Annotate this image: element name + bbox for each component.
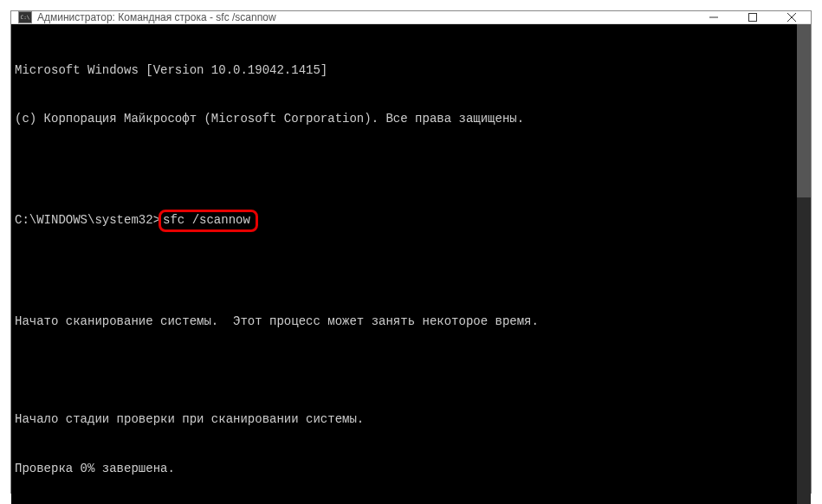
- scrollbar-thumb[interactable]: [797, 24, 811, 197]
- output-line: Проверка 0% завершена.: [15, 461, 790, 477]
- command-prompt-window: Администратор: Командная строка - sfc /s…: [10, 10, 812, 494]
- maximize-button[interactable]: [733, 11, 772, 23]
- prompt-text: C:\WINDOWS\system32>: [15, 212, 160, 229]
- command-highlight: sfc /scannow: [159, 210, 258, 232]
- svg-rect-1: [748, 14, 756, 22]
- window-controls: [694, 11, 811, 23]
- minimize-button[interactable]: [694, 11, 733, 23]
- cmd-icon: [18, 11, 32, 23]
- prompt-line: C:\WINDOWS\system32>sfc /scannow: [15, 210, 790, 232]
- blank-line: [15, 264, 790, 281]
- minimize-icon: [709, 13, 718, 22]
- blank-line: [15, 160, 790, 177]
- output-line: Начато сканирование системы. Этот процес…: [15, 313, 790, 330]
- window-title: Администратор: Командная строка - sfc /s…: [37, 11, 276, 23]
- close-icon: [787, 13, 796, 22]
- terminal-wrapper: Microsoft Windows [Version 10.0.19042.14…: [11, 24, 811, 504]
- terminal-output[interactable]: Microsoft Windows [Version 10.0.19042.14…: [11, 24, 797, 504]
- titlebar-left: Администратор: Командная строка - sfc /s…: [11, 11, 276, 23]
- output-line: Начало стадии проверки при сканировании …: [15, 411, 790, 428]
- output-line: (c) Корпорация Майкрософт (Microsoft Cor…: [15, 111, 790, 127]
- titlebar[interactable]: Администратор: Командная строка - sfc /s…: [11, 11, 811, 24]
- maximize-icon: [748, 13, 757, 22]
- command-text: sfc /scannow: [163, 213, 250, 227]
- close-button[interactable]: [772, 11, 811, 23]
- output-line: Microsoft Windows [Version 10.0.19042.14…: [15, 62, 790, 79]
- vertical-scrollbar[interactable]: [797, 24, 811, 504]
- blank-line: [15, 363, 790, 379]
